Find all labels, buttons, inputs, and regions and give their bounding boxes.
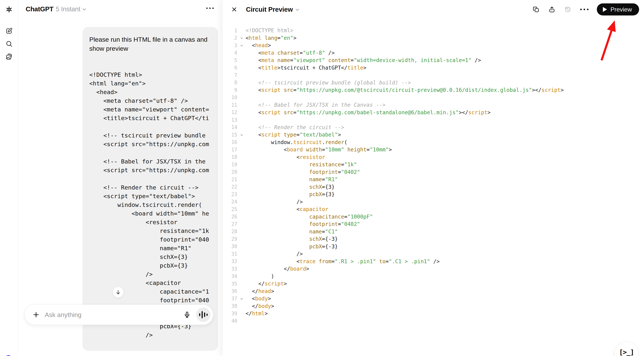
line-number: 27: [222, 221, 237, 227]
editor-code-line: 6 <title>tscircuit + ChatGPT</title>: [222, 64, 644, 72]
canvas-more-button[interactable]: [580, 9, 589, 10]
editor-code-line: 14 <!-- Render the circuit -->: [222, 124, 644, 131]
code-text: <!-- Babel for JSX/TSX in the Canvas -->: [246, 102, 386, 108]
code-text: footprint="0402": [246, 221, 360, 227]
close-canvas-button[interactable]: [230, 5, 238, 13]
bubble-code-line: footprint="040: [89, 296, 211, 305]
code-text: window.tscircuit.render(: [246, 139, 347, 145]
user-message-text: Please run this HTML file in a canvas an…: [89, 35, 212, 53]
copy-button[interactable]: [532, 5, 540, 13]
code-text: <resistor: [246, 154, 325, 160]
bubble-code-line: <title>tscircuit + ChatGPT</ti: [89, 114, 211, 122]
bubble-code-line: <resistor: [89, 218, 211, 226]
bubble-code-line: [89, 148, 211, 157]
editor-code-line: 18 <resistor: [222, 153, 644, 161]
chevron-down-icon: [240, 297, 243, 300]
editor-code-line: 1<!DOCTYPE html>: [222, 27, 644, 34]
code-text: <body>: [246, 296, 271, 302]
bubble-code-line: <!-- Render the circuit -->: [89, 183, 211, 192]
voice-mode-button[interactable]: [196, 308, 210, 322]
code-text: schX={3}: [246, 184, 335, 190]
bubble-code-line: footprint="040: [89, 235, 211, 244]
share-button[interactable]: [548, 5, 556, 13]
line-number: 4: [222, 50, 237, 56]
editor-code-line: 19 resistance="1k": [222, 161, 644, 168]
plus-icon: [33, 311, 40, 318]
line-number: 22: [222, 184, 237, 190]
editor-code-line: 3 <head>: [222, 42, 644, 49]
editor-code-line: 29 schX={-3}: [222, 235, 644, 243]
editor-code-line: 5 <meta name="viewport" content="width=d…: [222, 56, 644, 64]
user-avatar[interactable]: [4, 355, 13, 356]
fold-toggle[interactable]: [237, 134, 246, 136]
preview-button[interactable]: Preview: [597, 3, 639, 15]
bubble-code-line: [89, 174, 211, 183]
message-input[interactable]: Ask anything: [45, 311, 183, 319]
arrow-down-icon: [115, 290, 121, 295]
bubble-code-line: <board width="10mm" he: [89, 209, 211, 218]
canvas-title-selector[interactable]: Circuit Preview: [246, 6, 298, 13]
bubble-code-line: <head>: [89, 88, 211, 96]
chat-more-button[interactable]: [206, 7, 214, 9]
editor-code-line: 30 pcbX={-3}: [222, 243, 644, 250]
attach-button[interactable]: [32, 311, 40, 319]
bubble-code-line: window.tscircuit.render(: [89, 200, 211, 209]
bubble-code-line: <script src="https://unpkg.com: [89, 166, 211, 174]
line-number: 29: [222, 236, 237, 242]
code-text: <capacitor: [246, 206, 328, 212]
line-number: 12: [222, 110, 237, 115]
line-number: 30: [222, 244, 237, 249]
bubble-code-line: capacitance="1: [89, 287, 211, 296]
line-number: 19: [222, 162, 237, 167]
line-number: 6: [222, 65, 237, 70]
fold-toggle[interactable]: [237, 44, 246, 46]
editor-code-line: 26 capacitance="1000pF": [222, 213, 644, 221]
chevron-down-icon: [296, 7, 299, 11]
dictate-button[interactable]: [183, 311, 191, 319]
line-number: 10: [222, 95, 237, 100]
fold-toggle[interactable]: [237, 298, 246, 300]
chevron-down-icon: [240, 36, 243, 39]
preview-button-label: Preview: [610, 6, 632, 13]
library-button[interactable]: [5, 52, 13, 61]
scroll-to-bottom-button[interactable]: [113, 287, 124, 298]
line-number: 21: [222, 177, 237, 182]
code-text: <html lang="en">: [246, 35, 296, 41]
compose-icon: [6, 27, 13, 34]
composer[interactable]: Ask anything: [24, 305, 213, 325]
code-text: <title>tscircuit + ChatGPT</title>: [246, 65, 366, 71]
openai-logo[interactable]: [5, 5, 13, 13]
code-text: capacitance="1000pF": [246, 214, 373, 220]
search-button[interactable]: [5, 40, 13, 48]
bubble-code-line: [89, 122, 211, 131]
code-text: ): [246, 273, 274, 280]
line-number: 14: [222, 124, 237, 130]
line-number: 39: [222, 311, 237, 316]
line-number: 26: [222, 214, 237, 220]
editor-code-line: 39</html>: [222, 310, 644, 317]
editor-code-line: 10: [222, 94, 644, 101]
brand-name: ChatGPT: [26, 5, 54, 13]
editor-code-line: 33 </board>: [222, 265, 644, 273]
line-number: 18: [222, 154, 237, 160]
editor-code-line: 4 <meta charset="utf-8" />: [222, 49, 644, 57]
history-icon: [564, 6, 571, 13]
history-button[interactable]: [564, 5, 572, 13]
code-text: </script>: [246, 281, 287, 287]
editor-code-line: 13: [222, 116, 644, 124]
new-chat-button[interactable]: [5, 27, 13, 35]
chevron-down-icon: [240, 44, 243, 46]
code-text: pcbX={-3}: [246, 243, 338, 250]
code-text: <!-- Render the circuit -->: [246, 124, 344, 130]
fold-toggle[interactable]: [237, 37, 246, 39]
code-editor[interactable]: 1<!DOCTYPE html>2<html lang="en">3 <head…: [222, 27, 644, 325]
model-selector[interactable]: ChatGPT 5 Instant: [26, 5, 85, 13]
bubble-code-line: name="R1": [89, 244, 211, 253]
editor-code-line: 8 <!-- tscircuit preview bundle (global …: [222, 79, 644, 86]
line-number: 28: [222, 229, 237, 234]
editor-code-line: 34 ): [222, 273, 644, 280]
canvas-panel: Circuit Preview: [222, 0, 644, 356]
editor-code-line: 22 schX={3}: [222, 183, 644, 191]
code-text: pcbX={3}: [246, 191, 335, 197]
editor-code-line: 2<html lang="en">: [222, 34, 644, 42]
